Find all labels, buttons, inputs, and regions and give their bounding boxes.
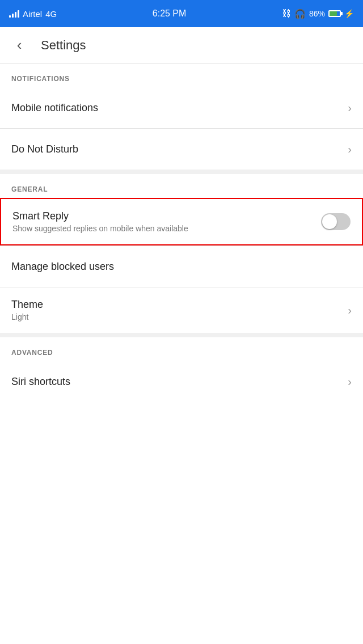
chevron-right-icon: › — [348, 143, 352, 156]
theme-subtitle: Light — [11, 312, 341, 321]
time-label: 6:25 PM — [153, 9, 187, 19]
do-not-disturb-title: Do Not Disturb — [11, 143, 341, 155]
headphones-icon: 🎧 — [294, 9, 306, 19]
mobile-notifications-title: Mobile notifications — [11, 102, 341, 114]
smart-reply-row[interactable]: Smart Reply Show suggested replies on mo… — [0, 198, 363, 245]
theme-row[interactable]: Theme Light › — [0, 287, 363, 333]
section-divider-1 — [0, 170, 363, 174]
advanced-section-header: ADVANCED — [0, 337, 363, 361]
back-button[interactable]: ‹ — [9, 35, 29, 56]
signal-icon — [9, 10, 19, 18]
back-icon: ‹ — [17, 36, 22, 54]
chevron-right-icon: › — [348, 304, 352, 317]
manage-blocked-users-row[interactable]: Manage blocked users — [0, 246, 363, 287]
general-section-header: GENERAL — [0, 174, 363, 198]
toolbar: ‹ Settings — [0, 27, 363, 63]
siri-shortcuts-row[interactable]: Siri shortcuts › — [0, 361, 363, 402]
network-label: 4G — [45, 9, 57, 19]
carrier-label: Airtel — [23, 9, 42, 19]
mobile-notifications-row[interactable]: Mobile notifications › — [0, 87, 363, 128]
status-left: Airtel 4G — [9, 9, 57, 19]
section-divider-2 — [0, 333, 363, 337]
chevron-right-icon: › — [348, 375, 352, 388]
status-bar: Airtel 4G 6:25 PM ⛓ 🎧 86% ⚡ — [0, 0, 363, 27]
smart-reply-title: Smart Reply — [12, 210, 321, 222]
smart-reply-subtitle: Show suggested replies on mobile when av… — [12, 224, 321, 233]
smart-reply-toggle[interactable] — [321, 213, 351, 230]
notifications-section-header: NOTIFICATIONS — [0, 63, 363, 87]
settings-content: NOTIFICATIONS Mobile notifications › Do … — [0, 63, 363, 402]
theme-title: Theme — [11, 299, 341, 311]
manage-blocked-users-title: Manage blocked users — [11, 261, 352, 273]
link-icon: ⛓ — [282, 9, 291, 19]
page-title: Settings — [41, 38, 86, 53]
toggle-knob — [322, 214, 337, 229]
do-not-disturb-row[interactable]: Do Not Disturb › — [0, 129, 363, 170]
chevron-right-icon: › — [348, 101, 352, 115]
battery-icon — [328, 10, 341, 17]
charging-icon: ⚡ — [344, 9, 354, 18]
status-right: ⛓ 🎧 86% ⚡ — [282, 9, 354, 19]
battery-percent: 86% — [309, 9, 325, 18]
siri-shortcuts-title: Siri shortcuts — [11, 376, 341, 388]
